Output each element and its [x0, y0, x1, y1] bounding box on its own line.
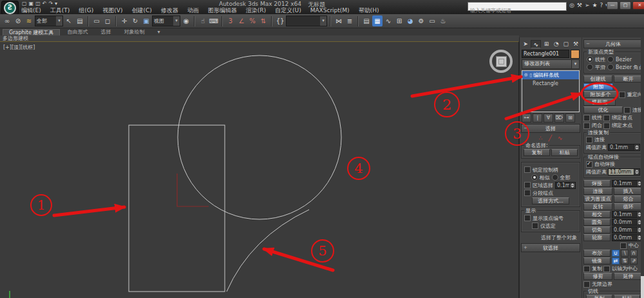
spinner-down-icon[interactable] — [635, 172, 639, 174]
area-selection-checkbox[interactable]: 区域选择 — [524, 182, 553, 189]
chevron-down-icon[interactable]: ▾ — [56, 16, 62, 26]
percent-snap-icon[interactable]: % — [247, 15, 258, 26]
select-by-button[interactable]: 选择方式... — [532, 197, 569, 204]
linear-checkbox[interactable]: 线性 — [583, 114, 602, 121]
mirror-vertical-icon[interactable]: ⇅ — [621, 257, 629, 264]
viewport-label[interactable]: [+][顶][线框] — [3, 44, 35, 51]
menu-item[interactable]: 视图(V) — [98, 7, 127, 14]
align-icon[interactable]: ≣ — [345, 15, 355, 26]
pin-stack-icon[interactable]: ⊶ — [522, 114, 531, 123]
connect-copy-checkbox[interactable]: 连接 — [586, 136, 605, 143]
attach-button[interactable]: 附加 — [583, 83, 613, 90]
chevron-down-icon[interactable]: ▾ — [320, 16, 327, 26]
cross-section-button[interactable]: 横截面 — [583, 99, 616, 106]
spinner-control[interactable] — [634, 169, 639, 175]
help-icon[interactable]: ? — [600, 1, 603, 10]
cycle-button[interactable]: 循环 — [614, 203, 643, 210]
about-pivot-checkbox[interactable]: 以轴为中心 — [603, 265, 638, 272]
save-file-icon[interactable]: ◫ — [35, 1, 41, 7]
menu-item[interactable]: 动画 — [183, 7, 204, 14]
modify-tab[interactable]: ∿ — [531, 40, 541, 48]
ribbon-tab[interactable]: 选择 — [95, 29, 117, 35]
segment-subobject-icon[interactable]: ╱ — [548, 134, 551, 142]
attach-multiple-button[interactable]: 附加多个 — [583, 91, 618, 98]
mirror-horizontal-icon[interactable]: ⇄ — [612, 257, 620, 264]
spinner-control[interactable] — [569, 183, 575, 188]
connect-button[interactable]: 连接 — [583, 188, 612, 195]
chevron-down-icon[interactable]: ▾ — [173, 16, 180, 26]
panel-scrollbar[interactable] — [641, 37, 644, 298]
refine-button[interactable]: 优化 — [583, 106, 623, 114]
automatic-welding-checkbox[interactable]: 自动焊接 — [586, 161, 615, 168]
segment-end-checkbox[interactable]: 分段端点 — [524, 190, 553, 197]
subscription-center-icon[interactable]: ⚒ — [577, 1, 582, 10]
ribbon-panel-strip[interactable]: 多边形建模 — [0, 35, 519, 41]
weld-button-field[interactable]: 0.1mm — [612, 180, 643, 187]
show-end-result-icon[interactable]: ∣ — [533, 114, 542, 123]
area-selection-field[interactable]: 0.1mm — [555, 182, 576, 189]
boolean-button[interactable]: 布尔 — [583, 250, 611, 257]
threshold-distance-field[interactable]: 0.1mm — [608, 144, 640, 151]
closed-checkbox[interactable]: 闭合 — [583, 122, 602, 129]
bezier-corner-vertex-radio[interactable]: Bezier 角点 — [607, 64, 644, 71]
angle-snap-icon[interactable]: ∠ — [236, 15, 247, 26]
rectangular-selection-region-icon[interactable]: ▭ — [91, 15, 102, 26]
modifier-list-dropdown[interactable]: 修改器列表 ▾ — [522, 59, 580, 69]
menu-item[interactable]: 帮助(H) — [354, 7, 384, 14]
outline-button-field[interactable]: 0.0mm — [612, 234, 643, 241]
lock-handles-checkbox[interactable]: 锁定控制柄 — [524, 166, 558, 174]
graphite-modeling-tools-toggle-icon[interactable]: ▦ — [372, 15, 383, 26]
use-pivot-point-center-icon[interactable]: ◉ — [181, 15, 191, 26]
soft-selection-rollout-header[interactable]: + 软选择 — [521, 243, 580, 252]
menu-item[interactable]: 图形编辑器 — [204, 7, 242, 14]
mirror-spline-button[interactable]: 镜像 — [583, 257, 611, 264]
menu-item[interactable]: 组(G) — [74, 7, 98, 14]
hierarchy-tab[interactable]: ⊞ — [542, 40, 551, 48]
window-crossing-toggle-icon[interactable]: ◻ — [102, 15, 113, 26]
create-line-button[interactable]: 创建线 — [583, 75, 612, 83]
communication-center-icon[interactable]: ➢ — [585, 1, 590, 10]
make-first-button[interactable]: 设为首顶点 — [583, 195, 612, 203]
refine-connect-checkbox[interactable]: 连接 — [624, 106, 643, 114]
menu-item[interactable]: 工具(T) — [46, 7, 75, 14]
bind-first-checkbox[interactable]: 绑定首点 — [603, 114, 632, 121]
ribbon-tab[interactable]: 自由形式 — [61, 29, 93, 35]
reorient-checkbox[interactable]: 重定向 — [619, 91, 643, 98]
restore-button[interactable]: ▢ — [620, 1, 631, 10]
vertex-subobject-icon[interactable]: ∴ — [539, 134, 543, 142]
weld-button[interactable]: 焊接 — [583, 180, 611, 187]
show-vertex-numbers-checkbox[interactable]: 显示顶点编号 — [524, 215, 564, 222]
chamfer-button-field[interactable]: 0.0mm — [612, 226, 643, 233]
cross-insert-button[interactable]: 相交 — [583, 211, 611, 218]
mirror-copy-checkbox[interactable]: 复制 — [583, 265, 602, 272]
configure-modifier-sets-icon[interactable]: ⊞ — [565, 114, 575, 123]
undo-icon[interactable]: ↶ — [43, 1, 47, 7]
spline-subobject-icon[interactable]: ∿ — [558, 134, 563, 142]
search-input[interactable] — [468, 7, 570, 15]
select-and-manipulate-icon[interactable]: ☝ — [198, 15, 208, 26]
viewport[interactable]: [+][顶][线框] — [0, 41, 519, 298]
viewcube-top-face[interactable] — [496, 56, 507, 67]
weld-threshold-field[interactable]: 11.0mm — [608, 168, 640, 175]
menu-item[interactable]: 编辑(E) — [17, 7, 46, 14]
create-tab[interactable]: ➤ — [521, 40, 530, 48]
minimize-button[interactable]: — — [607, 1, 618, 10]
insert-button[interactable]: 插入 — [614, 188, 643, 195]
mirror-icon[interactable]: ⋈ — [334, 15, 344, 26]
render-setup-icon[interactable]: ⚙ — [416, 15, 426, 26]
infinite-bounds-checkbox[interactable]: 无限边界 — [583, 281, 612, 288]
display-tab[interactable]: ▢ — [562, 40, 571, 48]
close-button[interactable]: ✕ — [632, 1, 644, 10]
open-file-icon[interactable]: ▣ — [29, 1, 34, 7]
object-color-swatch[interactable] — [571, 50, 580, 59]
favorites-icon[interactable]: ★ — [592, 1, 597, 10]
extend-button[interactable]: 延伸 — [614, 273, 643, 280]
fuse-button[interactable]: 熔合 — [614, 195, 643, 203]
spinner-up-icon[interactable] — [635, 170, 639, 172]
schematic-view-icon[interactable]: ⊞ — [394, 15, 404, 26]
material-editor-icon[interactable]: ◕ — [405, 15, 415, 26]
ribbon-options-icon[interactable]: ▾ — [151, 29, 166, 35]
ribbon-tab[interactable]: 对象绘制 — [118, 29, 150, 35]
reference-coordinate-system-select[interactable]: 视图▾ — [152, 15, 180, 26]
make-unique-icon[interactable]: ∀ — [544, 114, 553, 123]
